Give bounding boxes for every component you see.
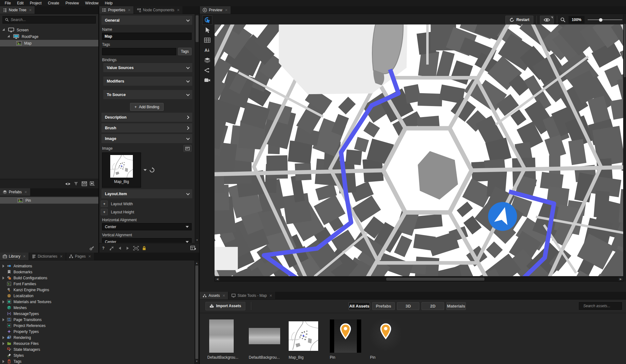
- library-item-bookmarks[interactable]: Bookmarks: [0, 269, 199, 275]
- expander-icon[interactable]: [3, 265, 4, 268]
- image-picker-button[interactable]: [183, 145, 192, 152]
- frame-icon[interactable]: [132, 245, 140, 252]
- forward-arrow-icon[interactable]: [124, 245, 132, 252]
- show-hide-eye-icon[interactable]: [64, 180, 72, 187]
- library-item-rendering[interactable]: Rendering: [0, 335, 199, 340]
- tree-node-screen[interactable]: Screen: [0, 27, 98, 33]
- grid-tool-icon[interactable]: [202, 35, 212, 45]
- library-item-messagetypes[interactable]: MessageTypes: [0, 311, 199, 317]
- prefab-item-pin[interactable]: Pin: [0, 197, 98, 204]
- close-icon[interactable]: ✕: [29, 8, 32, 12]
- camera-tool-icon[interactable]: [202, 76, 212, 85]
- node-tree-search-input[interactable]: [11, 18, 93, 22]
- hscroll-thumb[interactable]: [386, 278, 484, 281]
- reset-icon[interactable]: [149, 167, 155, 173]
- filter-icon[interactable]: [72, 180, 80, 187]
- filter-2d[interactable]: 2D: [422, 302, 444, 310]
- menu-file[interactable]: File: [2, 0, 14, 6]
- close-icon[interactable]: ✕: [23, 254, 26, 259]
- tab-node-components[interactable]: Node Components ✕: [134, 6, 182, 14]
- tree-node-rootpage[interactable]: RootPage: [0, 33, 98, 40]
- expander-icon[interactable]: [3, 318, 4, 321]
- close-icon[interactable]: ✕: [88, 254, 91, 259]
- restart-button[interactable]: Restart: [505, 16, 533, 24]
- section-layout-item[interactable]: Layout.Item: [101, 189, 192, 198]
- menu-create[interactable]: Create: [45, 0, 62, 6]
- asset-card-pin-prefab[interactable]: Pin: [370, 319, 403, 360]
- tab-state-tools[interactable]: State Tools - Map ✕: [229, 292, 275, 299]
- interact-tool-icon[interactable]: [202, 15, 212, 25]
- connections-tool-icon[interactable]: [202, 66, 212, 75]
- tab-properties[interactable]: Properties ✕: [99, 6, 133, 14]
- key-icon[interactable]: [88, 244, 96, 251]
- library-item-kanzi-engine-plugins[interactable]: Kanzi Engine Plugins: [0, 287, 199, 293]
- text-tool-icon[interactable]: A: [202, 46, 212, 55]
- image-value-thumbnail[interactable]: Map_Big: [102, 153, 141, 188]
- expander-icon[interactable]: [3, 342, 4, 345]
- scroll-right-arrow[interactable]: ▶: [618, 277, 623, 281]
- library-item-resource-files[interactable]: Resource Files: [0, 340, 199, 346]
- section-brush[interactable]: Brush: [101, 123, 192, 132]
- properties-scrollbar[interactable]: ▼: [195, 14, 199, 243]
- tree-node-map[interactable]: Map: [0, 40, 98, 46]
- asset-card-defaultbackground-2[interactable]: DefaultBackgrou...: [249, 319, 281, 360]
- expander-icon[interactable]: [3, 300, 4, 303]
- preview-hscrollbar[interactable]: ◀ ▶: [215, 277, 623, 281]
- library-item-animations[interactable]: Animations: [0, 263, 199, 269]
- lock-icon[interactable]: [140, 245, 148, 252]
- section-description[interactable]: Description: [101, 113, 192, 122]
- library-scrollbar[interactable]: ▲ ▼: [194, 260, 199, 364]
- zoom-slider[interactable]: [588, 18, 622, 22]
- close-icon[interactable]: ✕: [225, 8, 228, 12]
- select-tool-icon[interactable]: [202, 25, 212, 35]
- layers-tool-icon[interactable]: [202, 56, 212, 65]
- expander-icon[interactable]: [3, 336, 4, 339]
- map-preview[interactable]: [215, 24, 623, 276]
- library-item-project-references[interactable]: Project References: [0, 323, 199, 329]
- tab-assets[interactable]: Assets ✕: [200, 292, 228, 299]
- filter-prefabs[interactable]: Prefabs: [372, 302, 395, 310]
- close-icon[interactable]: ✕: [60, 254, 63, 259]
- swatch-options-icon[interactable]: [88, 180, 96, 187]
- expander-icon[interactable]: [2, 28, 6, 32]
- expander-icon[interactable]: [7, 35, 11, 38]
- library-item-styles[interactable]: Styles: [0, 352, 199, 358]
- asset-card-pin-image[interactable]: Pin: [330, 319, 362, 360]
- tab-dictionaries[interactable]: Dictionaries✕: [29, 253, 66, 260]
- group-value-sources[interactable]: Value Sources: [103, 63, 192, 72]
- close-icon[interactable]: ✕: [24, 190, 27, 194]
- add-layout-width-button[interactable]: +: [101, 201, 108, 207]
- tab-node-tree[interactable]: Node Tree ✕: [0, 6, 35, 14]
- library-item-font-families[interactable]: TTFont Families: [0, 281, 199, 287]
- menu-help[interactable]: Help: [102, 0, 116, 6]
- tab-pages[interactable]: Pages✕: [66, 253, 94, 260]
- library-item-materials-and-textures[interactable]: Materials and Textures: [0, 299, 199, 305]
- library-item-build-configurations[interactable]: Build Configurations: [0, 275, 199, 281]
- library-item-page-transitions[interactable]: Page Transitions: [0, 317, 199, 323]
- tab-prefabs[interactable]: Prefabs ✕: [0, 188, 30, 196]
- expander-icon[interactable]: [3, 276, 4, 280]
- close-icon[interactable]: ✕: [128, 8, 131, 12]
- add-binding-button[interactable]: +Add Binding: [130, 103, 164, 111]
- close-icon[interactable]: ✕: [222, 294, 225, 298]
- filter-3d[interactable]: 3D: [397, 302, 419, 310]
- asset-card-defaultbackground-1[interactable]: DefaultBackgrou...: [207, 319, 240, 360]
- visibility-button[interactable]: [540, 16, 554, 24]
- import-assets-button[interactable]: Import Assets: [205, 302, 245, 310]
- library-item-property-types[interactable]: Property Types: [0, 329, 199, 335]
- library-item-tags[interactable]: Tags: [0, 358, 199, 364]
- name-field[interactable]: [102, 33, 192, 40]
- group-modifiers[interactable]: Modifiers: [103, 77, 192, 86]
- add-layout-height-button[interactable]: +: [101, 209, 108, 215]
- help-icon[interactable]: ?: [99, 245, 107, 252]
- checker-view-icon[interactable]: [80, 180, 88, 187]
- tags-field[interactable]: [102, 48, 176, 55]
- assets-search-input[interactable]: [583, 304, 626, 308]
- vertical-alignment-select[interactable]: Center: [102, 238, 192, 243]
- menu-window[interactable]: Window: [82, 0, 101, 6]
- close-icon[interactable]: ✕: [269, 294, 272, 298]
- menu-project[interactable]: Project: [27, 0, 44, 6]
- expander-icon[interactable]: [3, 360, 4, 363]
- section-image[interactable]: Image: [101, 134, 192, 143]
- zoom-slider-handle[interactable]: [599, 18, 602, 22]
